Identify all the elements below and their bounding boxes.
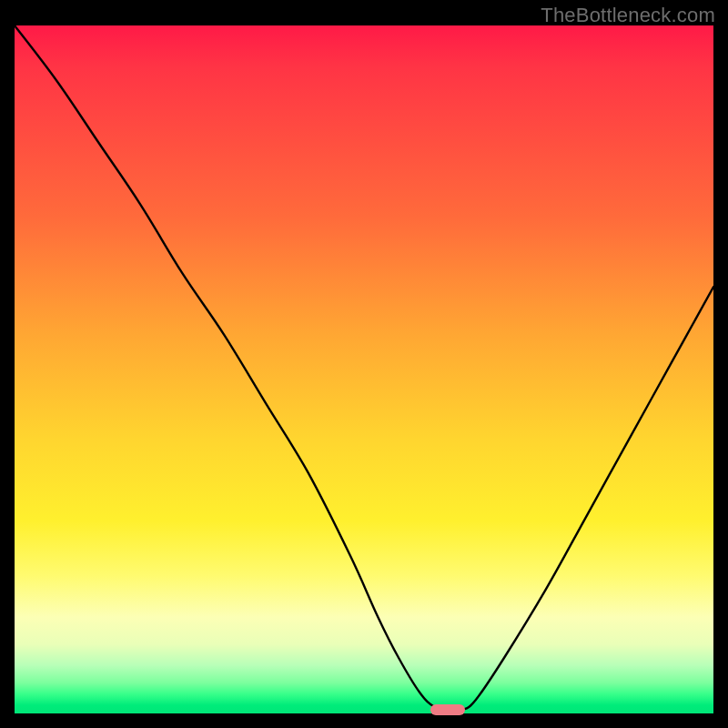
chart-frame: TheBottleneck.com [0, 0, 728, 728]
curve-svg [15, 25, 713, 713]
plot-area [15, 25, 713, 713]
optimal-point-marker [430, 704, 465, 715]
watermark-text: TheBottleneck.com [541, 4, 715, 27]
bottleneck-curve-line [15, 25, 713, 711]
